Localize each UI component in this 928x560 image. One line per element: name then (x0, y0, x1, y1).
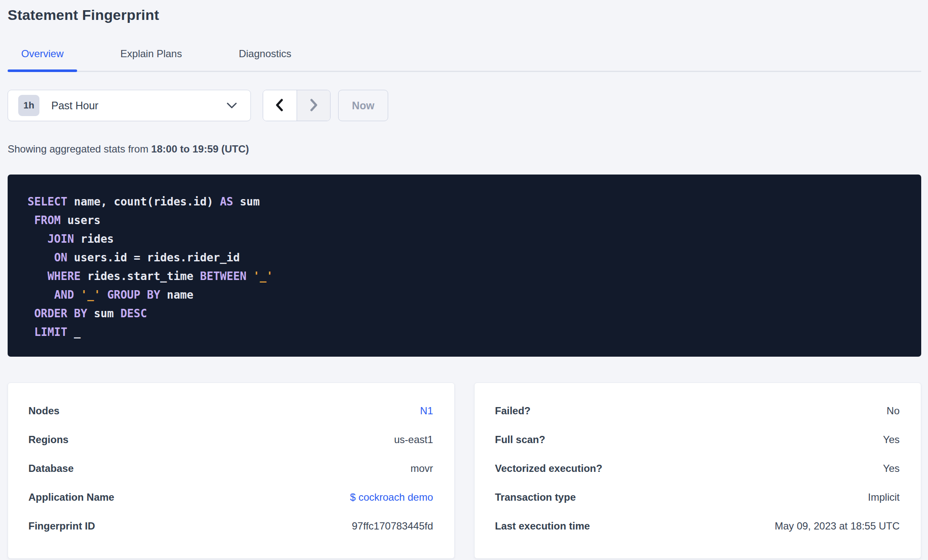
row-value: No (886, 405, 900, 417)
card-row: Failed?No (495, 405, 900, 417)
aggregated-stats-subtitle: Showing aggregated stats from 18:00 to 1… (8, 143, 921, 155)
sql-line: SELECT name, count(rides.id) AS sum (28, 192, 904, 211)
sql-token: BETWEEN (200, 270, 247, 283)
sql-token: sum (233, 195, 260, 208)
sql-token (100, 288, 107, 301)
sql-token: name, count(rides.id) (67, 195, 220, 208)
card-row: Fingerprint ID97ffc170783445fd (28, 520, 433, 532)
sql-token: users.id = rides.rider_id (67, 251, 240, 264)
row-label: Full scan? (495, 434, 545, 446)
sql-token: GROUP BY (107, 288, 160, 301)
row-value-link[interactable]: N1 (420, 405, 433, 417)
sql-token: _ (67, 326, 81, 338)
row-value-link[interactable]: $ cockroach demo (350, 491, 433, 503)
tab-explain-plans-label: Explain Plans (120, 48, 182, 59)
sql-token: rides.start_time (81, 270, 200, 283)
chevron-right-icon (307, 97, 320, 114)
sql-line: AND '_' GROUP BY name (28, 286, 904, 304)
sql-token: AS (220, 195, 233, 208)
row-value: Implicit (868, 491, 900, 503)
time-range-badge: 1h (18, 95, 39, 116)
statement-fingerprint-page: Statement Fingerprint Overview Explain P… (0, 7, 928, 559)
tab-bar: Overview Explain Plans Diagnostics (8, 48, 921, 72)
chevron-down-icon (226, 102, 238, 109)
tab-diagnostics-label: Diagnostics (239, 48, 291, 59)
sql-token (28, 326, 34, 338)
tab-diagnostics[interactable]: Diagnostics (225, 48, 305, 71)
now-button[interactable]: Now (338, 90, 388, 121)
time-range-label: Past Hour (51, 100, 98, 112)
row-value: May 09, 2023 at 18:55 UTC (775, 520, 900, 532)
sql-token (74, 288, 81, 301)
sql-token: WHERE (47, 270, 81, 283)
sql-line: FROM users (28, 211, 904, 230)
subtitle-time-range: 18:00 to 19:59 (UTC) (151, 143, 249, 155)
subtitle-prefix: Showing aggregated stats from (8, 143, 151, 155)
sql-token: rides (74, 233, 114, 245)
sql-statement-box: SELECT name, count(rides.id) AS sum FROM… (8, 175, 921, 357)
next-time-button[interactable] (297, 90, 331, 121)
row-label: Failed? (495, 405, 531, 417)
tab-overview[interactable]: Overview (8, 48, 77, 71)
sql-token: FROM (34, 214, 61, 227)
sql-token (28, 288, 54, 301)
sql-line: LIMIT _ (28, 323, 904, 341)
sql-line: WHERE rides.start_time BETWEEN '_' (28, 267, 904, 286)
sql-token (28, 270, 47, 283)
card-row: Full scan?Yes (495, 434, 900, 446)
card-row: Application Name$ cockroach demo (28, 491, 433, 503)
card-row: Last execution timeMay 09, 2023 at 18:55… (495, 520, 900, 532)
card-right: Failed?NoFull scan?YesVectorized executi… (474, 383, 921, 559)
row-label: Regions (28, 434, 69, 446)
chevron-left-icon (273, 97, 286, 114)
sql-token (247, 270, 253, 283)
sql-token: '_' (81, 288, 100, 301)
card-left: NodesN1Regionsus-east1DatabasemovrApplic… (8, 383, 455, 559)
page-title: Statement Fingerprint (8, 7, 921, 23)
card-row: NodesN1 (28, 405, 433, 417)
row-value: movr (411, 463, 433, 474)
sql-token: name (160, 288, 193, 301)
card-row: Transaction typeImplicit (495, 491, 900, 503)
sql-token: users (61, 214, 100, 227)
sql-token: ORDER BY (34, 307, 87, 320)
summary-cards: NodesN1Regionsus-east1DatabasemovrApplic… (8, 383, 921, 559)
row-label: Database (28, 463, 74, 474)
sql-line: ON users.id = rides.rider_id (28, 248, 904, 267)
sql-token: LIMIT (34, 326, 67, 338)
row-value: Yes (883, 434, 900, 446)
sql-token: DESC (120, 307, 147, 320)
row-label: Fingerprint ID (28, 520, 95, 532)
previous-time-button[interactable] (263, 90, 297, 121)
row-label: Transaction type (495, 491, 576, 503)
card-row: Regionsus-east1 (28, 434, 433, 446)
sql-token (28, 251, 54, 264)
sql-token (28, 233, 47, 245)
sql-line: ORDER BY sum DESC (28, 304, 904, 323)
sql-token (28, 307, 34, 320)
row-label: Nodes (28, 405, 59, 417)
sql-code: SELECT name, count(rides.id) AS sum FROM… (28, 192, 904, 341)
time-range-dropdown[interactable]: 1h Past Hour (8, 90, 251, 121)
sql-token: ON (54, 251, 67, 264)
sql-token: SELECT (28, 195, 67, 208)
sql-token: '_' (253, 270, 273, 283)
row-value: 97ffc170783445fd (352, 520, 433, 532)
row-label: Vectorized execution? (495, 463, 602, 474)
time-nav-group (263, 90, 331, 121)
sql-line: JOIN rides (28, 230, 904, 248)
sql-token: JOIN (47, 233, 74, 245)
card-row: Databasemovr (28, 463, 433, 474)
time-picker-row: 1h Past Hour (8, 90, 921, 121)
sql-token: sum (87, 307, 120, 320)
card-row: Vectorized execution?Yes (495, 463, 900, 474)
row-label: Application Name (28, 491, 114, 503)
tab-explain-plans[interactable]: Explain Plans (107, 48, 195, 71)
row-value: Yes (883, 463, 900, 474)
tab-overview-label: Overview (21, 48, 64, 59)
sql-token: AND (54, 288, 74, 301)
row-label: Last execution time (495, 520, 590, 532)
sql-token (28, 214, 34, 227)
row-value: us-east1 (394, 434, 433, 446)
